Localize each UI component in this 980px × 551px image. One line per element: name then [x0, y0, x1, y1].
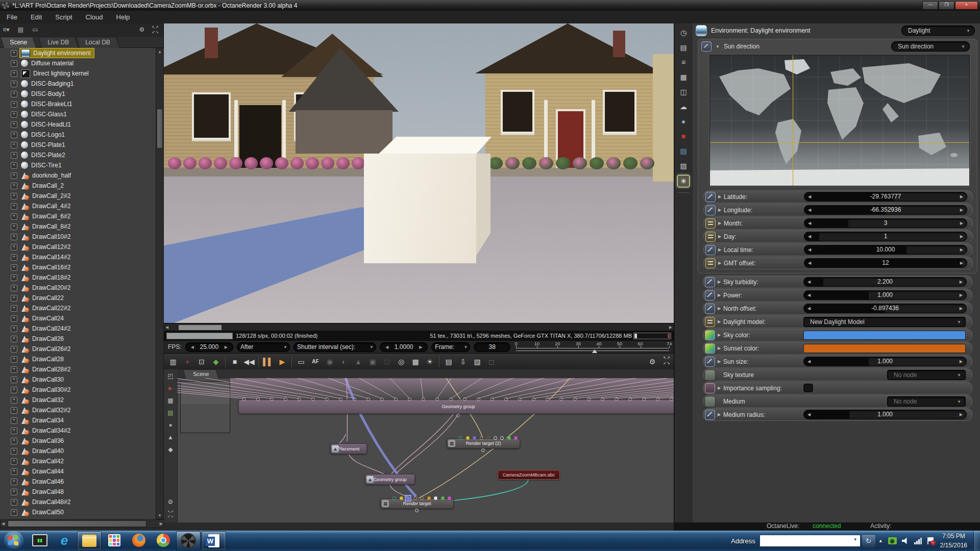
expander-icon[interactable]: ▶ — [715, 412, 723, 417]
minimize-button[interactable]: — — [922, 1, 938, 10]
liquid-icon[interactable]: ● — [678, 116, 689, 127]
tree-item[interactable]: +DISC-Plate1 — [0, 140, 155, 150]
scroll-right-icon[interactable]: ▶ — [669, 325, 672, 330]
menu-edit[interactable]: Edit — [24, 11, 48, 23]
increment-icon[interactable]: ▶ — [960, 280, 963, 284]
close-button[interactable]: × — [955, 1, 978, 10]
tree-item[interactable]: +DrawCall28 — [0, 354, 155, 364]
taskbar-word-icon[interactable]: W — [202, 531, 226, 550]
motion-blur-dropdown[interactable]: After ▼ — [237, 342, 290, 352]
expand-plus-icon[interactable]: + — [11, 213, 17, 220]
node-input-pin[interactable] — [656, 397, 659, 401]
tree-item-body[interactable]: Direct lighting kernel — [19, 68, 92, 79]
node-input-pin[interactable] — [394, 397, 398, 401]
tree-item-body[interactable]: DrawCall24#2 — [19, 323, 74, 334]
expand-plus-icon[interactable]: + — [11, 172, 17, 179]
node-canvas[interactable]: Geometry groupPlacement▲Geometry group▲R… — [177, 378, 674, 522]
network-icon[interactable] — [914, 538, 922, 544]
node-input-pin[interactable] — [587, 397, 591, 401]
increment-icon[interactable]: ▶ — [960, 208, 963, 212]
film-settings-icon[interactable]: ◫ — [678, 86, 689, 97]
world-map[interactable] — [709, 55, 970, 186]
autofocus-icon[interactable]: AF — [309, 356, 322, 368]
tree-item-body[interactable]: Diffuse material — [19, 58, 77, 68]
shutter-interval-dropdown[interactable]: Shutter interval (sec): ▼ — [293, 342, 376, 352]
taskbar-internet-explorer-icon[interactable]: e — [53, 531, 76, 549]
sun-size-slider[interactable]: ◀1.000▶ — [803, 357, 967, 366]
expand-plus-icon[interactable]: + — [11, 111, 17, 118]
node-output-pin[interactable] — [481, 448, 485, 452]
tree-item-body[interactable]: DrawCall34 — [19, 415, 67, 425]
collapse-all-icon[interactable]: ▤ — [15, 25, 26, 34]
month-slider[interactable]: ◀3▶ — [804, 218, 967, 228]
tree-item-body[interactable]: DrawCall50 — [19, 507, 67, 517]
tree-item-body[interactable]: DrawCall12#2 — [19, 242, 74, 252]
increment-icon[interactable]: ▶ — [223, 345, 230, 349]
shutter-stepper[interactable]: ◀ 1.0000 ▶ — [380, 342, 428, 352]
image-save-icon[interactable]: ▦ — [678, 71, 689, 83]
node-input-pin[interactable] — [500, 436, 504, 440]
expand-plus-icon[interactable]: + — [11, 509, 17, 516]
node-inspector-icon[interactable]: ▤ — [678, 42, 689, 53]
tree-item[interactable]: +DrawCall_8#2 — [0, 221, 155, 232]
tree-item[interactable]: +DrawCall42 — [0, 456, 155, 466]
expand-plus-icon[interactable]: + — [11, 315, 17, 322]
node-input-pin[interactable] — [422, 397, 425, 401]
latitude-slider[interactable]: ◀-29.763777▶ — [804, 192, 967, 202]
int-type-icon[interactable] — [705, 258, 716, 268]
tree-item-body[interactable]: DISC-BrakeLt1 — [19, 99, 76, 109]
sky-color-swatch[interactable] — [803, 331, 966, 340]
tree-item-body[interactable]: DrawCall40 — [19, 446, 67, 456]
wrench-icon[interactable]: ⚙ — [137, 25, 147, 34]
node-input-pin[interactable] — [670, 397, 673, 401]
viewport-hscrollbar[interactable]: ◀ ▶ — [164, 323, 674, 331]
tree-item-body[interactable]: DrawCall36 — [19, 436, 67, 446]
node-input-pin[interactable] — [393, 496, 396, 500]
expand-plus-icon[interactable]: + — [11, 499, 17, 506]
pick-white-icon[interactable]: ▣ — [366, 356, 379, 368]
node-input-pin[interactable] — [559, 397, 563, 401]
node-graph-editor[interactable]: ◰►▦▤●▲◆ ⚙ ↖↗↙↘ Scene Geometry groupPlace… — [164, 369, 674, 522]
tree-item-body[interactable]: DrawCall26#2 — [19, 344, 74, 354]
node-input-pin[interactable] — [427, 496, 431, 500]
node-input-pin[interactable] — [466, 436, 470, 440]
node-input-pin[interactable] — [448, 496, 451, 500]
frame-value-field[interactable]: 38 — [474, 342, 510, 352]
tree-item-body[interactable]: DISC-Logo1 — [19, 130, 68, 140]
tree-item[interactable]: +DISC-Tire1 — [0, 160, 155, 170]
texture-node-icon[interactable]: ◆ — [165, 444, 176, 455]
daylight-star-icon[interactable]: ✳ — [677, 175, 690, 187]
node-input-pin[interactable] — [408, 397, 411, 401]
medium-node-dropdown[interactable]: No node — [887, 396, 966, 407]
expand-plus-icon[interactable]: + — [11, 152, 17, 159]
sky-turbidity-slider[interactable]: ◀2.200▶ — [803, 277, 967, 287]
expand-plus-icon[interactable]: + — [11, 254, 17, 261]
expand-plus-icon[interactable]: + — [11, 479, 17, 485]
nvidia-tray-icon[interactable]: ◉ — [888, 537, 897, 544]
expand-plus-icon[interactable]: + — [11, 244, 17, 251]
tree-hscrollbar[interactable]: ◀ ▶ — [0, 519, 164, 528]
increment-icon[interactable]: ▶ — [960, 412, 963, 417]
gmt-offset-slider[interactable]: ◀12▶ — [804, 258, 967, 268]
expander-icon[interactable]: ▶ — [716, 208, 724, 212]
show-desktop-button[interactable] — [973, 531, 980, 550]
save-render-icon[interactable]: ▥ — [167, 356, 179, 368]
increment-icon[interactable]: ▶ — [960, 234, 963, 239]
node-input-pin[interactable] — [628, 397, 632, 401]
node-input-pin[interactable] — [459, 436, 462, 440]
wrench-icon[interactable]: ⚙ — [646, 356, 658, 368]
tab-scene[interactable]: Scene — [183, 369, 219, 379]
expander-icon[interactable]: ▶ — [716, 194, 724, 199]
local-time-slider[interactable]: ◀10.000▶ — [804, 245, 967, 255]
tree-item-body[interactable]: DrawCall22#2 — [19, 303, 74, 313]
sky-texture-node-dropdown[interactable]: No node — [887, 370, 966, 380]
render-target-2-node[interactable]: Render target (2)▦ — [447, 438, 520, 448]
color-type-icon[interactable] — [705, 343, 715, 354]
importance-sampling-checkbox[interactable] — [803, 384, 813, 392]
node-input-pin[interactable] — [435, 397, 439, 401]
tree-item[interactable]: +DrawCall16#2 — [0, 262, 155, 272]
tree-item-body[interactable]: DrawCall28#2 — [19, 364, 74, 374]
tree-item[interactable]: +DrawCall22 — [0, 293, 155, 303]
expand-plus-icon[interactable]: + — [11, 132, 17, 138]
medium-radius-slider[interactable]: ◀1.000▶ — [803, 410, 967, 419]
